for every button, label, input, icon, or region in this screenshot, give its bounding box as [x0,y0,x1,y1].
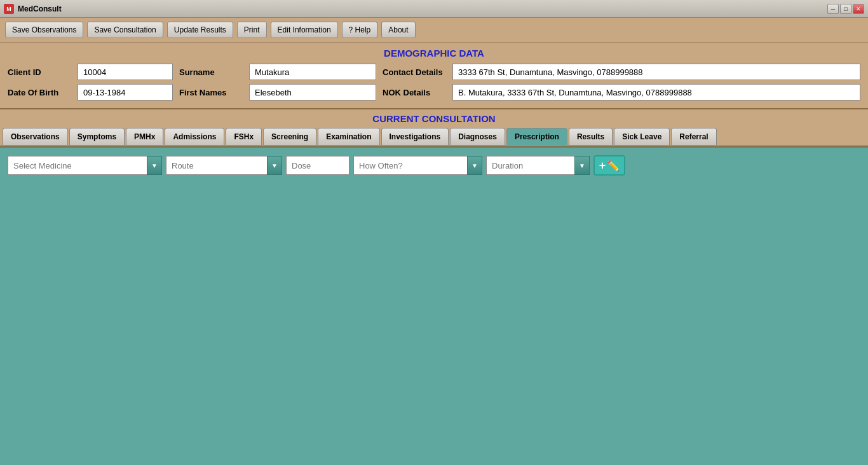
title-bar-left: M MedConsult [4,4,62,14]
tab-sick-leave[interactable]: Sick Leave [614,128,670,145]
update-results-button[interactable]: Update Results [167,22,233,38]
consultation-section: CURRENT CONSULTATION Observations Sympto… [0,109,868,148]
route-input[interactable] [166,156,268,175]
select-medicine-input[interactable] [8,156,147,175]
title-bar-controls: ─ □ ✕ [827,4,864,14]
toolbar: Save Observations Save Consultation Upda… [0,18,868,43]
client-id-value: 10004 [78,64,173,80]
nok-details-value: B. Mutakura, 3333 67th St, Dunamtuna, Ma… [452,84,860,101]
pencil-icon: ✏️ [607,160,620,172]
contact-details-label: Contact Details [383,67,446,77]
tab-investigations[interactable]: Investigations [381,128,449,145]
client-id-label: Client ID [8,67,71,77]
dose-wrapper [286,156,349,175]
app-title: MedConsult [18,4,62,13]
surname-value: Mutakura [249,64,376,80]
first-names-label: First Names [179,88,243,97]
nok-details-label: NOK Details [383,88,446,97]
prescription-content: ▼ ▼ ▼ ▼ + ✏️ [0,148,868,465]
tabs-container: Observations Symptoms PMHx Admissions FS… [0,128,868,146]
duration-dropdown[interactable]: ▼ [574,156,590,175]
consultation-title: CURRENT CONSULTATION [0,109,868,128]
tab-fshx[interactable]: FSHx [226,128,262,145]
tab-symptoms[interactable]: Symptoms [69,128,125,145]
tab-pmhx[interactable]: PMHx [126,128,163,145]
tab-observations[interactable]: Observations [3,128,68,145]
tab-screening[interactable]: Screening [263,128,316,145]
first-names-value: Elesebeth [249,84,376,101]
demographic-row-2: Date Of Birth 09-13-1984 First Names Ele… [8,84,860,101]
dob-value: 09-13-1984 [78,84,173,101]
demographic-title: DEMOGRAPHIC DATA [8,48,860,59]
duration-wrapper: ▼ [486,156,590,175]
dob-label: Date Of Birth [8,88,71,97]
print-button[interactable]: Print [237,22,267,38]
main-area: Save Observations Save Consultation Upda… [0,18,868,465]
demographic-grid: Client ID 10004 Surname Mutakura Contact… [8,64,860,101]
dose-input[interactable] [286,156,349,175]
tab-referral[interactable]: Referral [671,128,716,145]
route-wrapper: ▼ [166,156,282,175]
save-consultation-button[interactable]: Save Consultation [87,22,163,38]
howoften-input[interactable] [353,156,468,175]
about-button[interactable]: About [381,22,415,38]
minimize-button[interactable]: ─ [827,4,839,14]
add-plus-icon: + [599,160,606,171]
demographic-section: DEMOGRAPHIC DATA Client ID 10004 Surname… [0,43,868,109]
edit-information-button[interactable]: Edit Information [271,22,338,38]
route-dropdown[interactable]: ▼ [267,156,282,175]
title-bar: M MedConsult ─ □ ✕ [0,0,868,18]
prescription-row: ▼ ▼ ▼ ▼ + ✏️ [8,155,860,176]
select-medicine-dropdown[interactable]: ▼ [147,156,162,175]
howoften-dropdown[interactable]: ▼ [467,156,482,175]
howoften-wrapper: ▼ [353,156,482,175]
tab-diagnoses[interactable]: Diagnoses [450,128,505,145]
maximize-button[interactable]: □ [840,4,851,14]
save-observations-button[interactable]: Save Observations [5,22,83,38]
tab-admissions[interactable]: Admissions [165,128,224,145]
tab-prescription[interactable]: Prescription [506,128,567,146]
tab-results[interactable]: Results [569,128,613,145]
help-button[interactable]: ? Help [342,22,378,38]
select-medicine-wrapper: ▼ [8,156,162,175]
tab-examination[interactable]: Examination [318,128,379,145]
add-prescription-button[interactable]: + ✏️ [593,155,625,176]
close-button[interactable]: ✕ [853,4,864,14]
contact-details-value: 3333 67th St, Dunamtuna, Masvingo, 07889… [452,64,860,80]
surname-label: Surname [179,67,243,77]
duration-input[interactable] [486,156,575,175]
demographic-row-1: Client ID 10004 Surname Mutakura Contact… [8,64,860,80]
app-icon: M [4,4,14,14]
